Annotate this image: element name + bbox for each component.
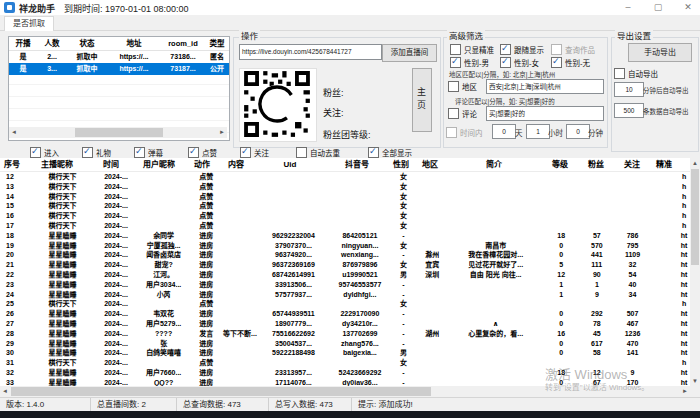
column-header[interactable]: 精准 xyxy=(650,158,678,171)
column-header[interactable]: 类型 xyxy=(205,37,229,50)
scroll-up-icon[interactable]: ▲ xyxy=(690,158,700,168)
adv-filter-checkbox[interactable]: 性别-男 xyxy=(450,57,489,67)
table-cell: 2024-... xyxy=(95,192,137,202)
table-row[interactable]: 21星星瞌睡2024-...甜宠?进房96372369169876979896女… xyxy=(0,260,690,270)
homepage-button[interactable]: 主页 xyxy=(412,68,432,132)
table-cell: 17 xyxy=(0,221,30,231)
table-row[interactable]: 15棋行天下2024-...点赞女h xyxy=(0,201,690,211)
table-row[interactable]: 25棋行天下2024-...点赞女h xyxy=(0,299,690,309)
scrollbar-thumb[interactable] xyxy=(11,387,431,396)
adv-filter-checkbox[interactable]: 查询作品 xyxy=(551,44,595,54)
scroll-down-icon[interactable]: ▼ xyxy=(690,376,700,386)
column-header[interactable]: 时间 xyxy=(90,158,132,171)
table-row[interactable]: 26星星瞌睡2024-...韦双花进房657449395112229170090… xyxy=(0,309,690,319)
event-filter-checkbox[interactable]: 自动去重 xyxy=(296,147,340,157)
adv-filter-checkbox[interactable]: 性别-女 xyxy=(500,57,539,67)
table-cell: 2024-... xyxy=(95,348,137,358)
auto-export-count-input[interactable]: 500 xyxy=(614,103,644,118)
adv-filter-checkbox[interactable]: 跟随显示 xyxy=(500,44,544,54)
table-cell: 13 xyxy=(0,182,30,192)
room-url-input[interactable]: https://live.douyin.com/425678441727 xyxy=(239,44,382,60)
table-cell xyxy=(650,319,678,329)
column-header[interactable]: 动作 xyxy=(186,158,218,171)
comment-filter-input[interactable]: 买|想要|好的 xyxy=(486,106,604,121)
table-row[interactable]: 19星星瞌睡2024-...宁厦孤独...进房37907370...ningyu… xyxy=(0,241,690,251)
table-row[interactable]: 17棋行天下2024-...点赞女h xyxy=(0,221,690,231)
table-row[interactable]: 20星星瞌睡2024-...闻香卤菜店进房96374920...wenxiang… xyxy=(0,250,690,260)
time-range-checkbox[interactable]: 时间内 xyxy=(446,127,483,137)
column-header[interactable] xyxy=(678,158,690,171)
table-row[interactable]: 是3...抓取中https://...73187...公开 xyxy=(9,63,229,75)
column-header[interactable]: 地区 xyxy=(414,158,446,171)
checkbox-icon xyxy=(450,44,461,55)
minutes-range-input[interactable]: 0 xyxy=(566,124,590,139)
scroll-left-icon[interactable]: ◄ xyxy=(0,386,10,397)
hours-input[interactable]: 1 xyxy=(526,124,550,139)
region-filter-input[interactable]: 西安|北京|上海|深圳|杭州 xyxy=(486,79,604,94)
column-header[interactable]: 关注 xyxy=(614,158,650,171)
table-cell xyxy=(222,231,258,241)
column-header[interactable]: 抖音号 xyxy=(326,158,388,171)
scroll-right-icon[interactable]: ► xyxy=(680,386,690,397)
column-header[interactable]: 粉丝 xyxy=(578,158,614,171)
auto-export-minutes-input[interactable]: 10 xyxy=(614,82,644,97)
table-row[interactable]: 28星星瞌睡2024-...????发言等下不断...7551662269213… xyxy=(0,329,690,339)
tab-capture[interactable]: 是否抓取 xyxy=(4,16,54,31)
adv-filter-checkbox[interactable]: 性别-无 xyxy=(551,57,590,67)
main-table-vscrollbar[interactable]: ▲ ▼ xyxy=(690,158,700,386)
column-header[interactable]: 开播 xyxy=(9,37,37,50)
event-filter-checkbox[interactable]: 点赞 xyxy=(188,147,217,157)
maximize-icon[interactable]: ▢ xyxy=(646,0,670,15)
table-cell: ht xyxy=(678,290,690,300)
scroll-right-icon[interactable]: ► xyxy=(217,127,227,137)
table-row[interactable]: 12棋行天下2024-...点赞女h xyxy=(0,172,690,182)
auto-export-checkbox[interactable]: 自动导出 xyxy=(614,68,658,78)
column-header[interactable]: room_id xyxy=(161,37,205,50)
column-header[interactable]: 序号 xyxy=(0,158,24,171)
table-row[interactable]: 30星星瞌睡2024-...白鸽笑嘻嘻进房59222188498baigexia… xyxy=(0,348,690,358)
table-row[interactable]: 14棋行天下2024-...点赞女h xyxy=(0,192,690,202)
event-filter-checkbox[interactable]: 进入 xyxy=(30,147,59,157)
adv-filter-checkbox[interactable]: 只显精准 xyxy=(450,44,494,54)
scrollbar-thumb[interactable] xyxy=(75,128,163,137)
event-filter-checkbox[interactable]: 弹幕 xyxy=(134,147,163,157)
column-header[interactable]: 人数 xyxy=(37,37,67,50)
event-filter-checkbox[interactable]: 礼物 xyxy=(82,147,111,157)
column-header[interactable]: 性别 xyxy=(388,158,414,171)
region-filter-checkbox[interactable]: 地区 xyxy=(448,81,477,91)
comment-filter-checkbox[interactable]: 评论 xyxy=(448,108,477,118)
table-cell: 宜宾 xyxy=(416,260,448,270)
days-input[interactable]: 0 xyxy=(492,124,516,139)
table-cell xyxy=(448,280,543,290)
column-header[interactable]: 地址 xyxy=(107,37,161,50)
column-header[interactable]: 等级 xyxy=(542,158,578,171)
column-header[interactable]: Uid xyxy=(254,158,326,171)
table-row[interactable]: 13棋行天下2024-...点赞女h xyxy=(0,182,690,192)
add-room-button[interactable]: 添加直播间 xyxy=(382,44,437,62)
rooms-hscrollbar[interactable]: ◄ ► xyxy=(9,127,227,138)
event-filter-checkbox[interactable]: 关注 xyxy=(240,147,269,157)
table-row[interactable]: 18星星瞌睡2024-...余同学进房96292232004864205121-… xyxy=(0,231,690,241)
table-row[interactable]: 23星星瞌睡2024-...用户3034...进房33913506...9574… xyxy=(0,280,690,290)
column-header[interactable]: 用户昵称 xyxy=(132,158,186,171)
column-header[interactable]: 内容 xyxy=(218,158,254,171)
minimize-icon[interactable]: – xyxy=(616,0,640,15)
column-header[interactable]: 状态 xyxy=(67,37,107,50)
table-row[interactable]: 22星星瞌睡2024-...江河。进房68742614991u19990521男… xyxy=(0,270,690,280)
event-filter-checkbox[interactable]: 全部显示 xyxy=(368,147,412,157)
table-cell: 进房 xyxy=(190,260,222,270)
table-row[interactable]: 29星星瞌睡2024-...张进房35004537...zhang576...-… xyxy=(0,339,690,349)
scroll-left-icon[interactable]: ◄ xyxy=(9,127,19,137)
table-row[interactable]: 24星星瞌睡2024-...小芮进房57577937...dyldhfgi...… xyxy=(0,290,690,300)
close-icon[interactable]: ✕ xyxy=(676,0,700,15)
manual-export-button[interactable]: 手动导出 xyxy=(628,43,692,62)
table-row[interactable]: 是2...抓取中https://...73186...匿名 xyxy=(9,51,229,63)
table-cell: 星星瞌睡 xyxy=(30,290,95,300)
column-header[interactable]: 主播昵称 xyxy=(24,158,90,171)
table-cell xyxy=(448,182,543,192)
scrollbar-thumb[interactable] xyxy=(691,169,699,265)
column-header[interactable]: 简介 xyxy=(446,158,542,171)
table-cell: - xyxy=(391,319,417,329)
table-row[interactable]: 27星星瞌睡2024-...用户5279...进房18907779...dy34… xyxy=(0,319,690,329)
table-row[interactable]: 16棋行天下2024-...点赞女h xyxy=(0,211,690,221)
